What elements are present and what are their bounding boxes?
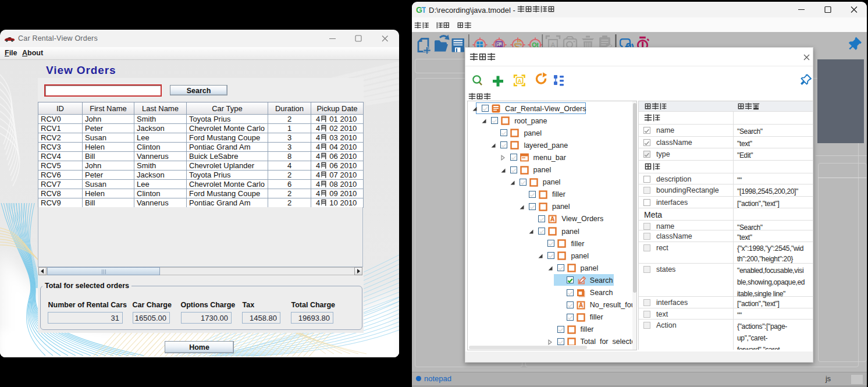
svg-text:A: A	[518, 78, 521, 84]
svg-text:T: T	[422, 5, 426, 15]
svg-text:A: A	[550, 216, 554, 222]
svg-text:A: A	[579, 302, 583, 308]
